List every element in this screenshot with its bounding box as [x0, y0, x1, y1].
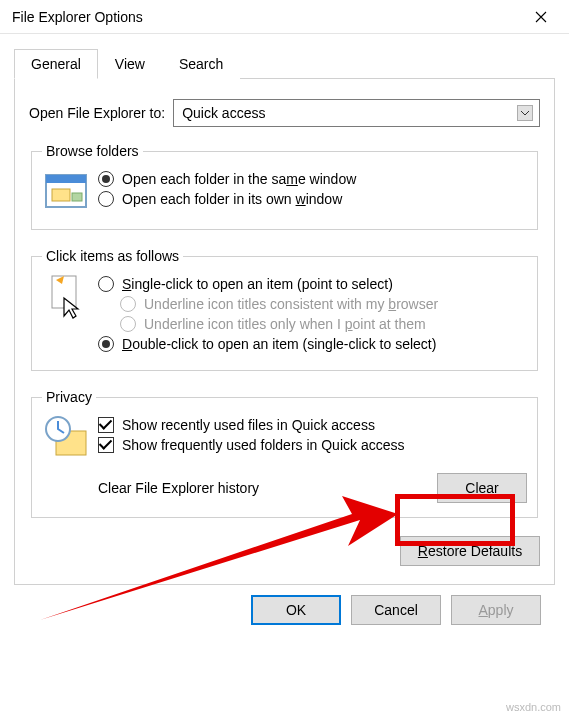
tab-label: Search — [179, 56, 223, 72]
checkbox-show-frequent[interactable] — [98, 437, 114, 453]
svg-rect-1 — [46, 175, 86, 183]
folder-window-icon — [42, 167, 90, 215]
svg-rect-3 — [72, 193, 82, 201]
close-icon — [535, 11, 547, 23]
privacy-legend: Privacy — [42, 389, 96, 405]
svg-rect-2 — [52, 189, 70, 201]
open-explorer-dropdown[interactable]: Quick access — [173, 99, 540, 127]
radio-own-window[interactable] — [98, 191, 114, 207]
radio-double-click[interactable] — [98, 336, 114, 352]
radio-label-double-click[interactable]: Double-click to open an item (single-cli… — [122, 336, 436, 352]
tab-search[interactable]: Search — [162, 49, 240, 79]
clear-history-label: Clear File Explorer history — [98, 480, 259, 496]
dropdown-value: Quick access — [182, 105, 265, 121]
tab-content: Open File Explorer to: Quick access Brow… — [14, 79, 555, 585]
privacy-group: Privacy Show recently used files in Quic… — [31, 389, 538, 518]
titlebar: File Explorer Options — [0, 0, 569, 34]
browse-folders-legend: Browse folders — [42, 143, 143, 159]
window-title: File Explorer Options — [12, 9, 143, 25]
tab-general[interactable]: General — [14, 49, 98, 79]
open-explorer-label: Open File Explorer to: — [29, 105, 165, 121]
click-items-group: Click items as follows Single-click to o… — [31, 248, 538, 371]
chevron-down-icon — [517, 105, 533, 121]
radio-underline-point — [120, 316, 136, 332]
browse-folders-group: Browse folders Open each folder in the s… — [31, 143, 538, 230]
file-cursor-icon — [42, 272, 90, 320]
clock-folder-icon — [42, 413, 90, 461]
cancel-button[interactable]: Cancel — [351, 595, 441, 625]
radio-label-single-click[interactable]: Single-click to open an item (point to s… — [122, 276, 393, 292]
radio-same-window[interactable] — [98, 171, 114, 187]
apply-button: Apply — [451, 595, 541, 625]
dialog-body: General View Search Open File Explorer t… — [0, 34, 569, 651]
tab-view[interactable]: View — [98, 49, 162, 79]
restore-defaults-button[interactable]: Restore Defaults — [400, 536, 540, 566]
tab-label: General — [31, 56, 81, 72]
checkbox-show-recent[interactable] — [98, 417, 114, 433]
clear-button[interactable]: Clear — [437, 473, 527, 503]
watermark-text: wsxdn.com — [506, 701, 561, 713]
checkbox-label-show-recent[interactable]: Show recently used files in Quick access — [122, 417, 375, 433]
radio-label-underline-point: Underline icon titles only when I point … — [144, 316, 426, 332]
open-explorer-row: Open File Explorer to: Quick access — [29, 99, 540, 127]
radio-single-click[interactable] — [98, 276, 114, 292]
radio-label-own-window[interactable]: Open each folder in its own window — [122, 191, 342, 207]
tab-label: View — [115, 56, 145, 72]
radio-label-same-window[interactable]: Open each folder in the same window — [122, 171, 356, 187]
bottom-button-bar: OK Cancel Apply — [14, 585, 555, 639]
checkbox-label-show-frequent[interactable]: Show frequently used folders in Quick ac… — [122, 437, 404, 453]
ok-button[interactable]: OK — [251, 595, 341, 625]
click-items-legend: Click items as follows — [42, 248, 183, 264]
tab-strip: General View Search — [14, 48, 555, 79]
radio-label-underline-browser: Underline icon titles consistent with my… — [144, 296, 438, 312]
close-button[interactable] — [521, 2, 561, 32]
radio-underline-browser — [120, 296, 136, 312]
